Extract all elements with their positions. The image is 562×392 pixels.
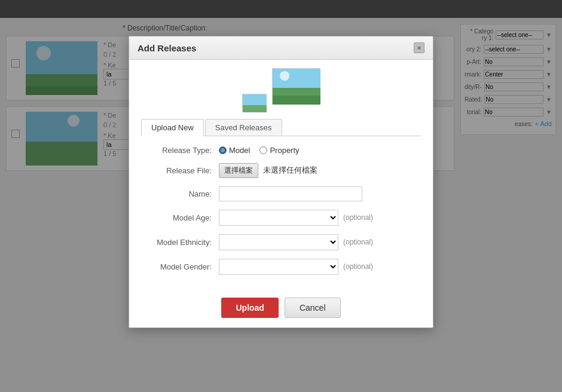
radio-model-label: Model (229, 146, 250, 155)
cancel-button[interactable]: Cancel (285, 298, 341, 318)
add-releases-dialog: Add Releases × Upload New (129, 36, 433, 328)
dialog-footer: Upload Cancel (129, 292, 433, 327)
file-no-selection-text: 未選擇任何檔案 (263, 165, 317, 176)
upload-button[interactable]: Upload (221, 298, 278, 318)
svg-rect-7 (243, 94, 267, 105)
model-age-row: Model Age: (optional) (141, 210, 421, 226)
radio-property-option[interactable]: Property (259, 146, 299, 155)
radio-property-input[interactable] (259, 146, 267, 154)
radio-property-label: Property (270, 146, 299, 155)
model-gender-row: Model Gender: (optional) (141, 259, 421, 275)
svg-point-11 (280, 71, 289, 81)
close-icon[interactable]: × (414, 42, 424, 53)
tab-upload-new[interactable]: Upload New (141, 119, 204, 136)
release-file-label: Release File: (141, 166, 219, 175)
tab-saved-releases[interactable]: Saved Releases (205, 119, 282, 136)
name-label: Name: (141, 189, 219, 198)
svg-rect-8 (243, 105, 267, 112)
radio-model-input[interactable] (219, 146, 227, 154)
model-gender-label: Model Gender: (141, 262, 219, 271)
radio-model-option[interactable]: Model (219, 146, 250, 155)
choose-file-button[interactable]: 選擇檔案 (219, 163, 258, 178)
model-ethnicity-label: Model Ethnicity: (141, 238, 219, 247)
preview-thumbnail-small (242, 94, 266, 112)
dialog-title: Add Releases (138, 43, 196, 53)
model-ethnicity-select[interactable] (219, 234, 338, 250)
dialog-tabs: Upload New Saved Releases (141, 119, 421, 136)
model-gender-control: (optional) (219, 259, 421, 275)
release-file-row: Release File: 選擇檔案 未選擇任何檔案 (141, 163, 421, 178)
model-age-control: (optional) (219, 210, 421, 226)
svg-rect-12 (273, 96, 320, 105)
release-file-control: 選擇檔案 未選擇任何檔案 (219, 163, 421, 178)
preview-thumbnail-main (272, 68, 320, 104)
model-ethnicity-row: Model Ethnicity: (optional) (141, 234, 421, 250)
release-type-control: Model Property (219, 146, 421, 155)
dialog-preview (141, 68, 421, 112)
name-input[interactable] (219, 186, 362, 201)
release-type-label: Release Type: (141, 146, 219, 155)
model-ethnicity-control: (optional) (219, 234, 421, 250)
model-age-label: Model Age: (141, 213, 219, 222)
name-row: Name: (141, 186, 421, 201)
model-gender-optional: (optional) (343, 262, 373, 271)
model-ethnicity-optional: (optional) (343, 238, 373, 246)
release-type-row: Release Type: Model Property (141, 146, 421, 155)
dialog-header: Add Releases × (129, 36, 433, 60)
model-gender-select[interactable] (219, 259, 338, 275)
svg-rect-9 (273, 69, 320, 88)
dialog-body: Upload New Saved Releases Release Type: … (129, 60, 433, 292)
model-age-select[interactable] (219, 210, 338, 226)
model-age-optional: (optional) (343, 213, 373, 222)
name-control (219, 186, 421, 201)
